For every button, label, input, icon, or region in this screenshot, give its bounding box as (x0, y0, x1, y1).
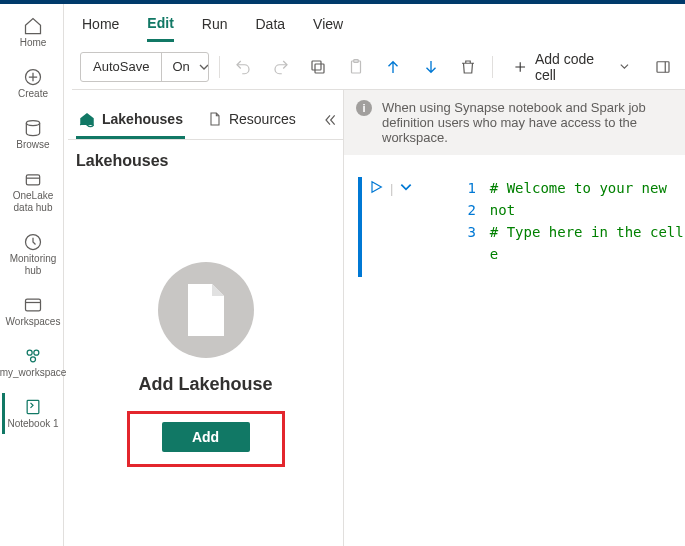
nav-label: Create (18, 88, 48, 100)
nav-notebook[interactable]: Notebook 1 (2, 393, 62, 434)
code-editor[interactable]: 1 2 3 # Welcome to your new not # Type h… (467, 177, 685, 287)
autosave-control[interactable]: AutoSave On (80, 52, 209, 82)
svg-point-6 (34, 350, 39, 355)
svg-point-1 (26, 121, 39, 126)
autosave-value: On (172, 59, 189, 74)
toolbar: AutoSave On Add code cell (72, 44, 685, 90)
nav-workspaces[interactable]: Workspaces (2, 291, 62, 332)
file-icon (207, 111, 223, 127)
separator (219, 56, 220, 78)
empty-state-heading: Add Lakehouse (138, 374, 272, 395)
undo-button[interactable] (230, 52, 257, 82)
ribbon-tabs: Home Edit Run Data View (64, 4, 685, 44)
workspace-icon (23, 346, 43, 366)
add-button-highlight: Add (127, 411, 285, 467)
undo-icon (234, 58, 252, 76)
nav-myworkspace[interactable]: my_workspace (2, 342, 62, 383)
copy-button[interactable] (305, 52, 332, 82)
nav-label: Notebook 1 (7, 418, 58, 430)
content-area: Home Edit Run Data View AutoSave On (64, 4, 685, 546)
database-icon (23, 118, 43, 138)
add-lakehouse-button[interactable]: Add (162, 422, 250, 452)
svg-rect-9 (315, 64, 324, 73)
lakehouse-icon (78, 110, 96, 128)
nav-monitoring[interactable]: Monitoring hub (2, 228, 62, 281)
run-cell-button[interactable] (368, 179, 384, 198)
code-cell[interactable]: | 1 2 3 # Welcome to yo (344, 155, 685, 287)
add-code-cell-button[interactable]: Add code cell (503, 52, 640, 82)
tab-view[interactable]: View (313, 8, 343, 40)
empty-state: Add Lakehouse Add (74, 182, 337, 546)
svg-rect-2 (26, 175, 39, 185)
movedown-button[interactable] (417, 52, 444, 82)
paste-button[interactable] (342, 52, 369, 82)
sidepanel-title: Lakehouses (74, 152, 337, 170)
tab-data[interactable]: Data (256, 8, 286, 40)
tab-home[interactable]: Home (82, 8, 119, 40)
plus-circle-icon (23, 67, 43, 87)
nav-label: Browse (16, 139, 49, 151)
sidepanel-tab-lakehouses[interactable]: Lakehouses (76, 104, 185, 139)
side-panel: Lakehouses Resources Lakehouses (68, 90, 344, 546)
notebook-icon (23, 397, 43, 417)
svg-rect-4 (26, 299, 41, 311)
nav-label: my_workspace (0, 367, 66, 379)
plus-icon (513, 59, 527, 75)
chevron-down-icon (399, 180, 413, 194)
nav-label: OneLake data hub (5, 190, 62, 214)
tab-edit[interactable]: Edit (147, 7, 173, 42)
add-code-label: Add code cell (535, 51, 611, 83)
paste-icon (347, 58, 365, 76)
panel-icon (654, 58, 672, 76)
svg-point-7 (31, 357, 36, 362)
sidepanel-tab-label: Lakehouses (102, 111, 183, 127)
svg-point-5 (27, 350, 32, 355)
nav-create[interactable]: Create (2, 63, 62, 104)
moveup-button[interactable] (379, 52, 406, 82)
arrow-up-icon (384, 58, 402, 76)
collapse-panel-button[interactable] (318, 108, 342, 135)
chevron-down-icon (198, 61, 209, 73)
nav-label: Home (20, 37, 47, 49)
svg-rect-10 (312, 61, 321, 70)
info-text: When using Synapse notebook and Spark jo… (382, 100, 673, 145)
workspaces-icon (23, 295, 43, 315)
chevron-down-icon (619, 61, 630, 72)
home-icon (23, 16, 43, 36)
work-area: Lakehouses Resources Lakehouses (64, 90, 685, 546)
datahub-icon (23, 169, 43, 189)
nav-label: Monitoring hub (5, 253, 62, 277)
delete-button[interactable] (454, 52, 481, 82)
line-numbers: 1 2 3 (467, 177, 489, 287)
tab-run[interactable]: Run (202, 8, 228, 40)
autosave-label: AutoSave (81, 59, 161, 74)
code-content: # Welcome to your new not # Type here in… (490, 177, 685, 287)
trash-icon (459, 58, 477, 76)
redo-button[interactable] (267, 52, 294, 82)
run-dropdown[interactable] (399, 180, 413, 197)
sidepanel-tab-resources[interactable]: Resources (205, 105, 298, 138)
info-bar: i When using Synapse notebook and Spark … (344, 90, 685, 155)
copy-icon (309, 58, 327, 76)
svg-rect-13 (657, 61, 669, 72)
arrow-down-icon (422, 58, 440, 76)
nav-onelake[interactable]: OneLake data hub (2, 165, 62, 218)
svg-rect-8 (27, 400, 39, 413)
editor-area: i When using Synapse notebook and Spark … (344, 90, 685, 546)
nav-home[interactable]: Home (2, 12, 62, 53)
info-icon: i (356, 100, 372, 116)
chevron-double-left-icon (322, 112, 338, 128)
separator (492, 56, 493, 78)
left-nav: Home Create Browse OneLake data hub Moni… (0, 4, 64, 546)
document-check-icon (182, 282, 230, 338)
nav-browse[interactable]: Browse (2, 114, 62, 155)
play-icon (368, 179, 384, 195)
empty-state-graphic (158, 262, 254, 358)
redo-icon (272, 58, 290, 76)
sidepanel-tabs: Lakehouses Resources (68, 100, 343, 140)
sidepanel-tab-label: Resources (229, 111, 296, 127)
more-button[interactable] (650, 52, 677, 82)
monitoring-icon (23, 232, 43, 252)
nav-label: Workspaces (6, 316, 61, 328)
